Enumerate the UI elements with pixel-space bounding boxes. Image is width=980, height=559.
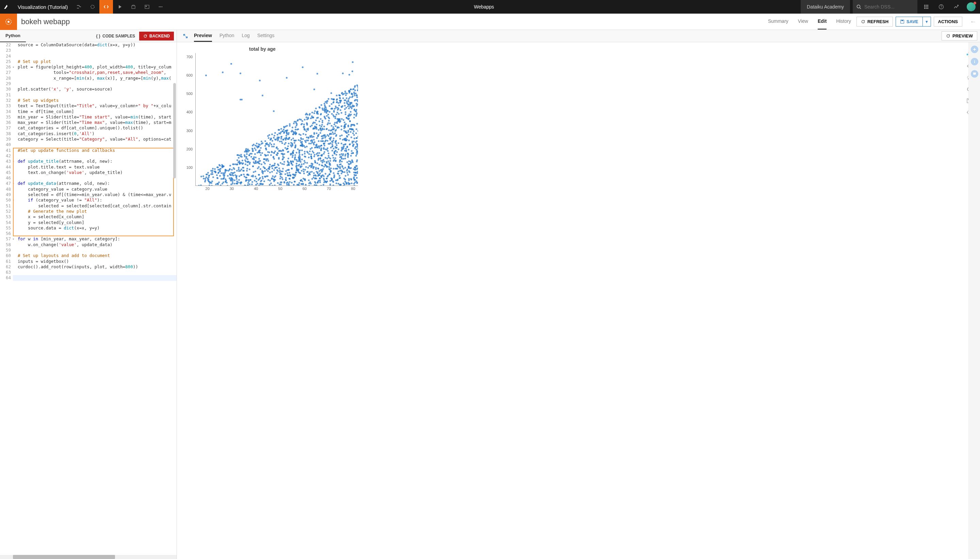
activity-icon[interactable]	[950, 0, 962, 13]
svg-rect-16	[927, 8, 928, 9]
apps-icon[interactable]	[920, 0, 932, 13]
svg-point-6	[161, 7, 162, 8]
svg-rect-3	[146, 6, 147, 7]
search-input[interactable]	[864, 4, 912, 10]
main: 2223242526272829303132333435363738394041…	[0, 42, 980, 559]
tab-history[interactable]: History	[836, 13, 851, 30]
labs-icon[interactable]	[127, 0, 140, 13]
x-axis: 20304050607080	[195, 187, 358, 194]
svg-point-0	[91, 5, 94, 8]
svg-rect-32	[974, 61, 975, 63]
preview-tab-python[interactable]: Python	[219, 30, 234, 42]
rail-info-icon[interactable]	[971, 58, 978, 65]
webapp-title: bokeh webapp	[17, 17, 768, 26]
thirdbar: Python { }CODE SAMPLES BACKEND PreviewPy…	[0, 30, 980, 42]
flow-icon[interactable]	[72, 0, 86, 13]
topbar-icons	[72, 0, 167, 13]
editor-toolbar: Python { }CODE SAMPLES BACKEND	[0, 30, 177, 42]
app-logo[interactable]	[0, 0, 13, 13]
preview-tab-log[interactable]: Log	[242, 30, 250, 42]
preview-tabs: PreviewPythonLogSettings	[194, 30, 274, 42]
svg-point-31	[974, 60, 975, 61]
tab-view[interactable]: View	[798, 13, 808, 30]
svg-rect-10	[927, 5, 928, 6]
search-icon	[856, 4, 861, 10]
svg-point-20	[8, 21, 10, 23]
save-label: SAVE	[906, 19, 918, 24]
academy-link[interactable]: Dataiku Academy	[801, 0, 850, 13]
scatter-plot[interactable]	[195, 53, 358, 186]
chart-container: 100200300400500600700 20304050607080	[181, 53, 358, 196]
svg-rect-11	[924, 7, 925, 8]
tab-summary[interactable]: Summary	[768, 13, 789, 30]
object-tabs: SummaryViewEditHistory	[768, 13, 856, 30]
braces-icon: { }	[96, 34, 101, 38]
user-avatar[interactable]	[965, 0, 977, 13]
line-gutter: 2223242526272829303132333435363738394041…	[0, 42, 13, 555]
tab-python[interactable]: Python	[0, 30, 26, 42]
topbar-center: Webapps	[167, 4, 801, 10]
refresh-label: REFRESH	[867, 19, 888, 24]
code-editor[interactable]: 2223242526272829303132333435363738394041…	[0, 42, 177, 555]
help-icon[interactable]: ?	[935, 0, 947, 13]
jobs-icon[interactable]	[113, 0, 127, 13]
svg-rect-9	[926, 5, 927, 6]
save-button[interactable]: SAVE	[896, 17, 922, 26]
code-samples-label: CODE SAMPLES	[102, 34, 135, 38]
preview-button[interactable]: PREVIEW	[942, 31, 977, 41]
dashboard-icon[interactable]	[140, 0, 154, 13]
svg-rect-22	[901, 20, 903, 21]
backend-button[interactable]: BACKEND	[139, 31, 174, 41]
topbar-right: Dataiku Academy ?	[801, 0, 980, 13]
save-icon	[900, 20, 904, 24]
svg-rect-13	[927, 7, 928, 8]
svg-point-5	[160, 7, 161, 8]
horizontal-scrollbar[interactable]	[0, 555, 177, 559]
topbar: Visualization (Tutorial) Webapps Dataiku…	[0, 0, 980, 13]
more-icon[interactable]	[154, 0, 167, 13]
expand-icon[interactable]	[180, 34, 191, 38]
code-area[interactable]: source = ColumnDataSource(data=dict(x=x,…	[13, 42, 177, 555]
svg-rect-8	[924, 5, 925, 6]
svg-point-7	[857, 5, 860, 8]
vertical-scrollbar[interactable]	[173, 83, 176, 179]
svg-rect-15	[926, 8, 927, 9]
actions-button[interactable]: ACTIONS	[934, 17, 963, 26]
actions-label: ACTIONS	[938, 19, 958, 24]
refresh-icon	[143, 34, 147, 38]
breadcrumb-label[interactable]: Webapps	[474, 4, 494, 10]
object-actions: REFRESH SAVE ▾ ACTIONS	[856, 17, 967, 26]
svg-point-4	[158, 7, 160, 8]
rail-chat-icon[interactable]	[971, 70, 978, 78]
datasets-icon[interactable]	[86, 0, 99, 13]
svg-rect-14	[924, 8, 925, 9]
side-rail	[968, 42, 980, 559]
code-samples-button[interactable]: { }CODE SAMPLES	[92, 34, 139, 38]
refresh-icon	[861, 20, 865, 24]
search-box[interactable]	[853, 0, 917, 13]
chart-title: total by age	[249, 46, 976, 52]
webapp-object-icon[interactable]	[0, 13, 17, 30]
project-title[interactable]: Visualization (Tutorial)	[13, 4, 72, 10]
refresh-button[interactable]: REFRESH	[856, 17, 893, 26]
refresh-icon	[946, 34, 950, 38]
svg-rect-1	[132, 6, 135, 8]
svg-rect-2	[145, 5, 149, 8]
rail-add-icon[interactable]	[971, 46, 978, 53]
back-arrow-icon[interactable]: ←	[967, 18, 980, 26]
preview-tab-settings[interactable]: Settings	[257, 30, 275, 42]
editor-pane: 2223242526272829303132333435363738394041…	[0, 42, 177, 559]
secondbar: bokeh webapp SummaryViewEditHistory REFR…	[0, 13, 980, 30]
preview-pane: total by age 100200300400500600700 20304…	[177, 42, 980, 559]
code-icon[interactable]	[99, 0, 113, 13]
svg-text:?: ?	[940, 5, 942, 9]
preview-tab-preview[interactable]: Preview	[194, 30, 212, 42]
preview-toolbar: PreviewPythonLogSettings PREVIEW	[177, 30, 980, 42]
y-axis: 100200300400500600700	[181, 53, 195, 186]
svg-rect-12	[926, 7, 927, 8]
preview-btn-label: PREVIEW	[952, 33, 973, 38]
svg-point-26	[967, 54, 968, 56]
backend-label: BACKEND	[149, 34, 170, 38]
tab-edit[interactable]: Edit	[818, 13, 827, 30]
save-dropdown[interactable]: ▾	[922, 17, 931, 26]
